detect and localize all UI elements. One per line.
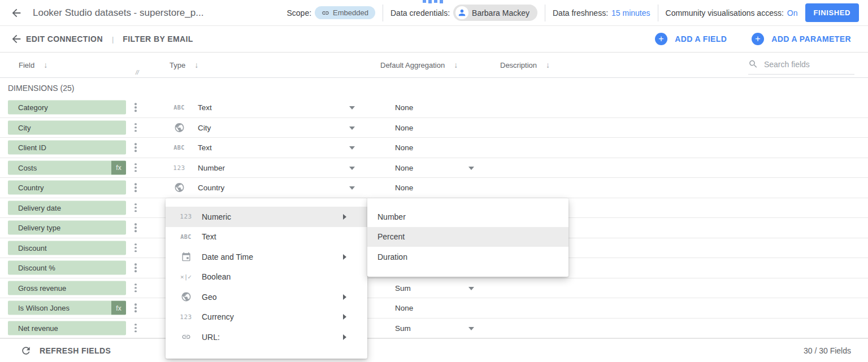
calendar-icon xyxy=(178,252,194,261)
submenu-arrow-icon xyxy=(343,334,346,340)
column-header-field[interactable]: Field ↓ xyxy=(19,60,47,69)
footer-bar: REFRESH FIELDS 30 / 30 Fields xyxy=(0,338,868,362)
plus-icon: + xyxy=(752,33,764,45)
menu-item-label: URL: xyxy=(202,333,220,342)
numeric-submenu-item[interactable]: Percent xyxy=(367,227,568,247)
field-name: Category xyxy=(8,103,126,112)
community-access-label: Community visualisations access: xyxy=(666,8,784,18)
filter-by-email-button[interactable]: FILTER BY EMAIL xyxy=(123,34,193,43)
row-menu-button[interactable] xyxy=(132,281,139,295)
field-chip[interactable]: Delivery date xyxy=(8,200,126,215)
row-menu-button[interactable] xyxy=(132,321,139,335)
type-menu-item[interactable]: URL: xyxy=(166,327,367,347)
row-menu-button[interactable] xyxy=(132,121,139,134)
sort-arrow-icon[interactable]: ↓ xyxy=(194,60,198,69)
divider xyxy=(545,5,545,21)
field-chip[interactable]: Client ID xyxy=(8,141,126,155)
field-name: Costs xyxy=(8,163,111,172)
search-fields-input[interactable] xyxy=(764,60,854,69)
row-menu-button[interactable] xyxy=(132,261,139,275)
sort-arrow-icon[interactable]: ↓ xyxy=(44,60,47,69)
sort-arrow-icon[interactable]: ↓ xyxy=(546,60,550,69)
row-menu-button[interactable] xyxy=(132,141,139,155)
refresh-icon xyxy=(20,345,32,356)
type-dropdown-caret[interactable] xyxy=(349,106,355,110)
numeric-submenu: Number Percent Duration xyxy=(367,198,568,277)
field-name: Net revenue xyxy=(8,324,126,332)
numeric-submenu-item[interactable]: Duration xyxy=(367,247,568,267)
type-menu-item[interactable]: Geo xyxy=(166,287,367,307)
type-value: Text xyxy=(198,103,212,112)
freshness-value[interactable]: 15 minutes xyxy=(611,8,650,18)
add-field-button[interactable]: + ADD A FIELD xyxy=(655,33,727,45)
field-name: Discount % xyxy=(8,264,126,272)
field-chip[interactable]: City xyxy=(8,120,126,134)
field-chip[interactable]: Category xyxy=(8,101,126,115)
row-menu-button[interactable] xyxy=(132,101,139,115)
sort-arrow-icon[interactable]: ↓ xyxy=(454,60,458,69)
submenu-item-label: Percent xyxy=(377,232,405,241)
submenu-arrow-icon xyxy=(343,254,346,260)
type-dropdown-caret[interactable] xyxy=(349,127,355,130)
add-parameter-button[interactable]: + ADD A PARAMETER xyxy=(752,33,851,45)
table-row: Net revenue Sum xyxy=(0,319,868,339)
menu-item-label: Date and Time xyxy=(202,252,253,261)
type-dropdown-caret[interactable] xyxy=(349,146,355,150)
numeric-submenu-item[interactable]: Number xyxy=(367,207,568,227)
field-chip[interactable]: Costs fx xyxy=(8,160,126,175)
submenu-arrow-icon xyxy=(343,294,346,300)
type-value: Country xyxy=(198,184,224,192)
row-menu-button[interactable] xyxy=(132,221,139,235)
submenu-arrow-icon xyxy=(343,314,346,320)
looker-studio-dataset-editor: Looker Studio datasets - superstore_p...… xyxy=(0,0,868,362)
column-header-description[interactable]: Description ↓ xyxy=(500,60,550,69)
freshness-label: Data freshness: xyxy=(553,8,608,18)
field-chip[interactable]: Discount % xyxy=(8,261,126,275)
aggregation-dropdown-caret[interactable] xyxy=(468,167,474,170)
type-dropdown-caret[interactable] xyxy=(349,186,355,190)
edit-connection-button[interactable]: EDIT CONNECTION xyxy=(26,34,103,43)
link-icon xyxy=(322,9,329,17)
aggregation-value: None xyxy=(395,123,413,132)
column-header-type[interactable]: Type ↓ xyxy=(170,60,198,69)
row-menu-button[interactable] xyxy=(132,181,139,195)
back-arrow-icon[interactable] xyxy=(7,29,26,49)
back-arrow-icon[interactable] xyxy=(7,3,26,23)
column-header-aggregation[interactable]: Default Aggregation ↓ xyxy=(380,60,458,69)
aggregation-dropdown-caret[interactable] xyxy=(468,287,474,290)
divider xyxy=(658,5,658,21)
table-row: Category ABC Text None xyxy=(0,98,868,118)
type-menu-item[interactable]: 123 Numeric xyxy=(166,207,367,227)
type-dropdown-caret[interactable] xyxy=(349,167,355,170)
row-menu-button[interactable] xyxy=(132,161,139,175)
type-value: Text xyxy=(198,143,212,152)
field-chip[interactable]: Delivery type xyxy=(8,221,126,235)
refresh-fields-button[interactable]: REFRESH FIELDS xyxy=(20,345,111,356)
field-chip[interactable]: Net revenue xyxy=(8,321,126,335)
type-menu-item[interactable]: ×|✓ Boolean xyxy=(166,267,367,287)
finished-button[interactable]: FINISHED xyxy=(805,3,859,22)
field-name: Is Wilson Jones xyxy=(8,304,111,312)
submenu-arrow-icon xyxy=(343,214,346,220)
avatar xyxy=(455,6,468,19)
aggregation-value: None xyxy=(395,184,413,192)
field-chip[interactable]: Is Wilson Jones fx xyxy=(8,301,126,315)
row-menu-button[interactable] xyxy=(132,241,139,255)
type-menu-item[interactable]: Date and Time xyxy=(166,247,367,267)
credentials-chip[interactable]: Barbara Mackey xyxy=(453,5,537,21)
field-name: Delivery type xyxy=(8,224,126,232)
row-menu-button[interactable] xyxy=(132,201,139,215)
field-chip[interactable]: Gross revenue xyxy=(8,281,126,295)
field-name: Country xyxy=(8,184,126,192)
row-menu-button[interactable] xyxy=(132,302,139,315)
aggregation-dropdown-caret[interactable] xyxy=(468,327,474,330)
field-chip[interactable]: Country xyxy=(8,181,126,195)
type-menu-item[interactable]: ABC Text xyxy=(166,227,367,247)
menu-item-label: Text xyxy=(202,232,216,241)
123-icon: 123 xyxy=(178,213,194,220)
field-chip[interactable]: Discount xyxy=(8,241,126,255)
community-access-value[interactable]: On xyxy=(787,8,798,18)
type-menu-item[interactable]: 123 Currency xyxy=(166,307,367,328)
column-resize-grip[interactable]: // xyxy=(136,69,139,76)
menu-item-label: Numeric xyxy=(202,212,231,221)
